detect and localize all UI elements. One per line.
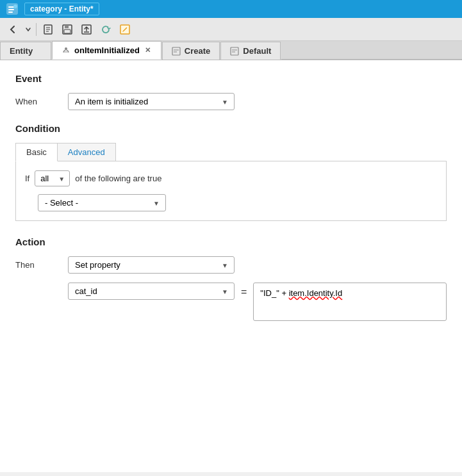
back-dropdown-button[interactable] bbox=[23, 21, 33, 38]
save-icon bbox=[62, 24, 73, 35]
tab-default[interactable]: Default bbox=[220, 42, 281, 60]
svg-rect-16 bbox=[231, 47, 238, 55]
toolbar bbox=[0, 18, 462, 41]
condition-tab-basic[interactable]: Basic bbox=[15, 143, 58, 161]
tab-create[interactable]: Create bbox=[162, 42, 220, 60]
event-section-title: Event bbox=[15, 73, 447, 84]
rule-icon bbox=[62, 46, 70, 55]
condition-tabs-row: Basic Advanced bbox=[15, 143, 447, 161]
when-label: When bbox=[15, 97, 60, 106]
upload-icon bbox=[81, 24, 92, 35]
tab-oniteminitialized-label: onItemInitialized bbox=[74, 45, 140, 55]
tab-default-label: Default bbox=[243, 46, 271, 56]
dash-select-wrapper: - Select - bbox=[38, 194, 166, 211]
main-content: Event When An item is initialized An ite… bbox=[0, 60, 462, 472]
condition-tab-advanced-label: Advanced bbox=[68, 147, 105, 157]
expression-display[interactable]: "ID_" + item.Identity.Id bbox=[253, 283, 447, 321]
when-row: When An item is initialized An item is c… bbox=[15, 93, 447, 110]
field-select[interactable]: cat_id name description bbox=[68, 283, 235, 300]
expression-underlined: item.Identity.Id bbox=[289, 288, 343, 298]
svg-rect-13 bbox=[172, 47, 180, 55]
dropdown-arrow-icon bbox=[25, 26, 31, 33]
condition-tab-basic-label: Basic bbox=[26, 147, 47, 157]
select-row: - Select - bbox=[38, 194, 437, 211]
tab-entity[interactable]: Entity bbox=[0, 42, 51, 60]
field-select-wrapper: cat_id name description bbox=[68, 283, 235, 300]
when-select[interactable]: An item is initialized An item is create… bbox=[68, 93, 235, 110]
create-icon bbox=[172, 47, 181, 56]
default-icon bbox=[230, 47, 239, 56]
expression-text-content: "ID_" + item.Identity.Id bbox=[260, 288, 342, 298]
save-button[interactable] bbox=[58, 21, 76, 38]
condition-section-title: Condition bbox=[15, 123, 447, 134]
edit-icon bbox=[119, 24, 131, 35]
property-select-wrapper: Set property Send email Execute script bbox=[68, 256, 235, 274]
dash-select[interactable]: - Select - bbox=[38, 194, 166, 211]
edit-button[interactable] bbox=[116, 21, 134, 38]
condition-tab-spacer bbox=[116, 143, 447, 161]
action-section-title: Action bbox=[15, 236, 447, 247]
svg-rect-8 bbox=[64, 29, 70, 33]
then-label: Then bbox=[15, 260, 60, 270]
action-section: Action Then Set property Send email Exec… bbox=[15, 236, 447, 321]
svg-rect-7 bbox=[65, 25, 69, 28]
back-button[interactable] bbox=[4, 21, 22, 38]
tab-close-button[interactable]: ✕ bbox=[144, 46, 152, 54]
tab-oniteminitialized[interactable]: onItemInitialized ✕ bbox=[52, 41, 161, 60]
title-bar-label: category - Entity* bbox=[24, 3, 99, 15]
all-select[interactable]: all any bbox=[35, 170, 70, 186]
svg-point-1 bbox=[13, 4, 17, 8]
tab-entity-label: Entity bbox=[10, 46, 33, 56]
tabs-bar: Entity onItemInitialized ✕ Create Defaul… bbox=[0, 41, 462, 60]
tab-create-label: Create bbox=[185, 46, 210, 56]
then-row: Then Set property Send email Execute scr… bbox=[15, 256, 447, 274]
condition-body: If all any of the following are true - S… bbox=[15, 161, 447, 221]
app-icon bbox=[5, 2, 19, 16]
condition-if-row: If all any of the following are true bbox=[25, 170, 437, 186]
field-expression-row: cat_id name description = "ID_" + item.I… bbox=[68, 283, 447, 321]
tab-spacer bbox=[281, 59, 462, 60]
title-bar: category - Entity* bbox=[0, 0, 462, 18]
all-select-wrapper: all any bbox=[35, 170, 70, 186]
refresh-button[interactable] bbox=[97, 21, 115, 38]
upload-button[interactable] bbox=[78, 21, 95, 38]
page-button[interactable] bbox=[39, 21, 57, 38]
condition-section: Condition Basic Advanced If all any of t… bbox=[15, 123, 447, 221]
page-icon bbox=[42, 24, 54, 35]
event-section: Event When An item is initialized An ite… bbox=[15, 73, 447, 110]
property-select[interactable]: Set property Send email Execute script bbox=[68, 256, 235, 274]
when-select-wrapper: An item is initialized An item is create… bbox=[68, 93, 235, 110]
refresh-icon bbox=[100, 24, 111, 35]
equals-sign: = bbox=[241, 283, 247, 298]
of-following-label: of the following are true bbox=[75, 174, 161, 183]
toolbar-divider-1 bbox=[36, 23, 37, 36]
back-icon bbox=[8, 24, 18, 35]
if-label: If bbox=[25, 174, 29, 183]
condition-tab-advanced[interactable]: Advanced bbox=[58, 143, 116, 161]
